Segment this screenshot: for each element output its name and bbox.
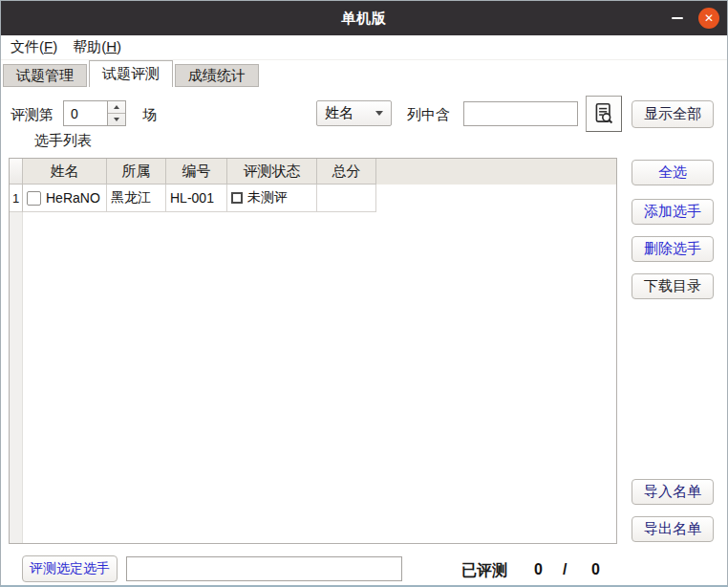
player-affiliation-cell[interactable]: 黑龙江 [107, 185, 166, 212]
titlebar[interactable]: 单机版 ✕ [1, 1, 727, 35]
menu-item-file[interactable]: 文件(F) [11, 38, 57, 56]
contains-input[interactable] [463, 101, 578, 126]
evaluated-count: 0 [534, 561, 543, 578]
table-corner[interactable] [10, 159, 23, 185]
evaluated-total: 0 [591, 561, 600, 578]
import-list-button[interactable]: 导入名单 [632, 479, 714, 505]
add-player-button[interactable]: 添加选手 [632, 199, 714, 225]
evaluate-input[interactable] [126, 556, 402, 581]
spin-down-button[interactable] [108, 114, 125, 125]
contains-label: 列中含 [407, 106, 450, 124]
tab-bar: 试题管理 试题评测 成绩统计 [3, 60, 261, 87]
player-id-cell[interactable]: HL-001 [166, 185, 227, 212]
round-value[interactable]: 0 [64, 101, 107, 125]
delete-player-button[interactable]: 删除选手 [632, 236, 714, 262]
window-title: 单机版 [341, 10, 387, 28]
round-spin-buttons [107, 101, 125, 125]
round-label-prefix: 评测第 [11, 106, 54, 124]
tab-question-evaluation[interactable]: 试题评测 [89, 60, 173, 87]
player-name-cell[interactable]: HeRaNO [23, 185, 107, 212]
player-score-cell[interactable] [317, 185, 376, 212]
table-header-filler [376, 159, 616, 185]
evaluate-selected-button[interactable]: 评测选定选手 [22, 555, 118, 582]
search-list-button[interactable] [586, 96, 622, 132]
download-directory-button[interactable]: 下载目录 [632, 273, 714, 299]
column-select[interactable]: 姓名 [316, 100, 392, 126]
close-button[interactable]: ✕ [698, 8, 719, 29]
tab-score-statistics[interactable]: 成绩统计 [175, 64, 259, 87]
minimize-icon [672, 17, 683, 19]
col-header-affiliation[interactable]: 所属 [107, 159, 166, 185]
spin-up-button[interactable] [108, 101, 125, 114]
select-all-button[interactable]: 全选 [632, 160, 714, 185]
chevron-up-icon [114, 105, 119, 109]
status-checkbox[interactable] [231, 192, 243, 204]
evaluated-label: 已评测 [461, 561, 507, 581]
close-icon: ✕ [704, 12, 714, 24]
table-header-row: 姓名 所属 编号 评测状态 总分 [10, 159, 616, 185]
round-label-suffix: 场 [142, 106, 157, 124]
player-list-label: 选手列表 [34, 132, 92, 150]
chevron-down-icon [114, 118, 119, 121]
col-header-id[interactable]: 编号 [166, 159, 227, 185]
show-all-button[interactable]: 显示全部 [632, 100, 714, 128]
col-header-name[interactable]: 姓名 [23, 159, 107, 185]
select-checkbox[interactable] [27, 191, 41, 206]
round-spinbox[interactable]: 0 [63, 100, 126, 126]
tab-question-management[interactable]: 试题管理 [3, 64, 87, 87]
player-status-cell[interactable]: 未测评 [227, 185, 317, 212]
column-select-value: 姓名 [325, 104, 353, 122]
col-header-score[interactable]: 总分 [317, 159, 376, 185]
row-header-strip [10, 212, 23, 543]
table-row[interactable]: 1 HeRaNO 黑龙江 HL-001 未测评 [10, 185, 616, 212]
chevron-down-icon [375, 111, 383, 116]
player-table: 姓名 所属 编号 评测状态 总分 1 HeRaNO 黑龙江 HL-001 未测评 [9, 158, 617, 544]
list-search-icon [591, 101, 616, 126]
player-name: HeRaNO [46, 190, 100, 206]
app-window: 单机版 ✕ 文件(F) 帮助(H) 试题管理 试题评测 成绩统计 评测第 0 场… [0, 0, 728, 587]
minimize-button[interactable] [666, 7, 689, 30]
evaluated-separator: / [563, 561, 567, 578]
menubar: 文件(F) 帮助(H) [1, 35, 727, 60]
row-index: 1 [10, 185, 23, 212]
status-label: 未测评 [247, 189, 288, 207]
col-header-status[interactable]: 评测状态 [227, 159, 317, 185]
menu-item-help[interactable]: 帮助(H) [73, 38, 121, 56]
export-list-button[interactable]: 导出名单 [632, 516, 714, 542]
